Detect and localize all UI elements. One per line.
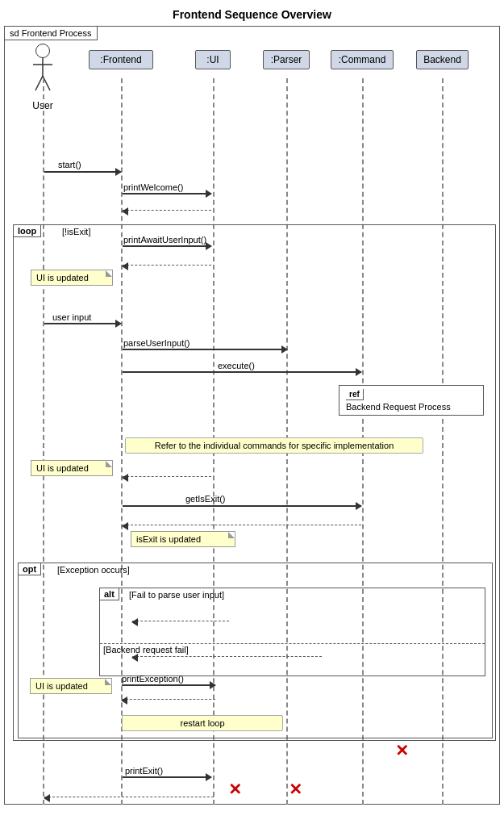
arrow-userinput <box>44 323 121 324</box>
diagram-container: sd Frontend Process User :Frontend :UI :… <box>0 26 504 809</box>
lifeline-command: :Command <box>331 50 394 69</box>
alt-frame: alt [Fail to parse user input] [Backend … <box>99 588 485 676</box>
opt-label: opt <box>19 563 41 575</box>
arrowhead-isexit <box>122 522 128 530</box>
arrowhead-start <box>115 168 122 176</box>
note-isexit: isExit is updated <box>131 531 235 547</box>
arrowhead-printexception <box>210 681 216 689</box>
alt-label: alt <box>100 588 119 600</box>
loop-condition: [!isExit] <box>62 227 90 236</box>
alt-condition: [Fail to parse user input] <box>129 590 224 600</box>
arrowhead-return2 <box>122 262 128 270</box>
arrowhead-final <box>44 794 50 802</box>
arrow-return1 <box>123 210 211 211</box>
opt-frame: opt [Exception occurs] alt [Fail to pars… <box>18 563 493 738</box>
arrowhead-return1 <box>122 207 128 215</box>
sd-label: sd Frontend Process <box>5 27 98 40</box>
svg-line-2 <box>35 76 43 90</box>
arrowhead-alt1 <box>131 618 138 626</box>
arrow-start <box>44 171 121 173</box>
arrow-printwelcome <box>123 193 211 194</box>
ref-backend: ref Backend Request Process <box>339 385 484 416</box>
arrow-execute <box>123 371 361 373</box>
arrow-return-exception <box>122 699 215 700</box>
arrowhead-return3 <box>122 474 128 482</box>
label-userinput: user input <box>52 312 91 322</box>
note-ui-updated-1: UI is updated <box>31 270 113 286</box>
arrow-isexit <box>123 525 361 525</box>
lifeline-parser: :Parser <box>263 50 310 69</box>
arrowhead-printexit <box>206 773 212 781</box>
lifeline-frontend: :Frontend <box>89 50 153 69</box>
arrow-printexit <box>123 776 211 778</box>
alt-divider <box>100 643 485 644</box>
arrowhead-getexit <box>356 502 362 510</box>
arrowhead-return-exception <box>121 696 127 705</box>
label-printawait: printAwaitUserInput() <box>123 235 206 245</box>
arrowhead-alt2 <box>131 654 138 662</box>
alt-condition2: [Backend request fail] <box>103 645 189 655</box>
label-printwelcome: printWelcome() <box>123 182 183 192</box>
arrow-return2 <box>123 265 211 266</box>
label-start: start() <box>58 160 81 169</box>
x-mark-command2: ✕ <box>289 780 302 799</box>
label-printexception: printException() <box>122 674 184 684</box>
label-execute: execute() <box>218 361 255 370</box>
arrow-final-return <box>44 797 214 797</box>
arrow-alt-return2 <box>132 656 322 657</box>
ref-label: ref <box>346 389 364 400</box>
arrowhead-parse <box>281 345 288 353</box>
arrow-getexit <box>123 505 361 507</box>
arrowhead-execute <box>356 368 362 376</box>
opt-condition: [Exception occurs] <box>57 565 130 575</box>
note-ui-updated-3: UI is updated <box>30 678 112 694</box>
restart-note: restart loop <box>122 715 283 731</box>
ref-content: Backend Request Process <box>346 402 477 412</box>
page-title: Frontend Sequence Overview <box>0 0 504 26</box>
label-getexit: getIsExit() <box>185 494 226 504</box>
arrow-printexception <box>122 684 215 686</box>
label-parse: parseUserInput() <box>123 338 190 348</box>
lifeline-backend: Backend <box>416 50 469 69</box>
arrow-alt-return1 <box>132 621 229 621</box>
arrow-parse <box>123 349 287 350</box>
arrow-return3 <box>123 476 211 477</box>
x-mark-parser: ✕ <box>228 780 242 799</box>
arrowhead-printawait <box>206 242 212 250</box>
arrowhead-userinput <box>115 320 122 328</box>
refer-note: Refer to the individual commands for spe… <box>125 437 423 454</box>
loop-label: loop <box>14 225 41 237</box>
x-mark-command: ✕ <box>395 741 409 760</box>
lifeline-ui: :UI <box>195 50 231 69</box>
user-head-icon <box>35 44 50 58</box>
label-printexit: printExit() <box>125 766 163 776</box>
arrow-printawait <box>123 245 211 247</box>
arrowhead-printwelcome <box>206 190 212 198</box>
note-ui-updated-2: UI is updated <box>31 460 113 476</box>
